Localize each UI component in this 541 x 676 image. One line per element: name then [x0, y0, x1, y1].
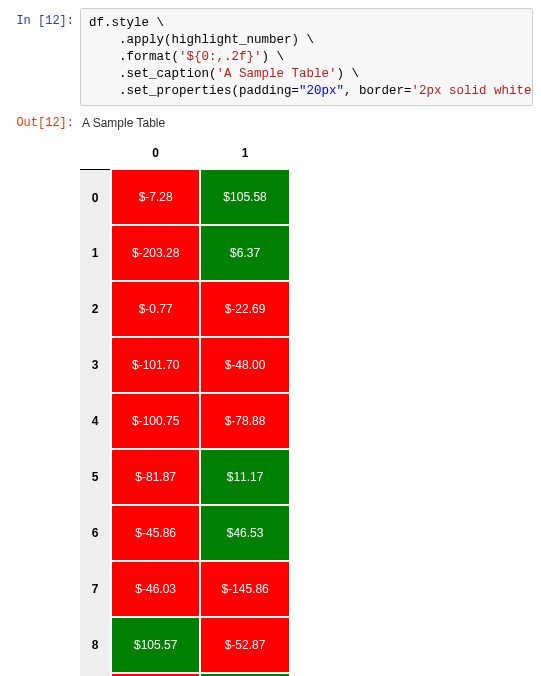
- row-header: 3: [80, 337, 111, 393]
- cell: $11.17: [200, 449, 289, 505]
- cell: $-7.28: [111, 169, 200, 225]
- output-cell: Out[12]: A Sample Table 0 1 0$-7.28$105.…: [8, 110, 533, 676]
- code-string-padding: "20px": [299, 84, 344, 98]
- cell: $6.37: [200, 225, 289, 281]
- cell: $-203.28: [111, 225, 200, 281]
- table-header-row: 0 1: [80, 140, 290, 169]
- table-body: 0$-7.28$105.581$-203.28$6.372$-0.77$-22.…: [80, 169, 290, 676]
- cell: $-101.70: [111, 337, 200, 393]
- cell: $-45.86: [111, 505, 200, 561]
- table-row: 0$-7.28$105.58: [80, 169, 290, 225]
- row-header: 4: [80, 393, 111, 449]
- row-header: 5: [80, 449, 111, 505]
- code-line-3a: .format(: [89, 50, 179, 64]
- code-string-border: '2px solid white': [412, 84, 533, 98]
- in-prompt: In [12]:: [8, 8, 80, 28]
- code-input[interactable]: df.style \ .apply(highlight_number) \ .f…: [80, 8, 533, 106]
- table-row: 6$-45.86$46.53: [80, 505, 290, 561]
- table-row: 5$-81.87$11.17: [80, 449, 290, 505]
- table-row: 1$-203.28$6.37: [80, 225, 290, 281]
- styled-table: 0 1 0$-7.28$105.581$-203.28$6.372$-0.77$…: [80, 140, 291, 676]
- cell: $-81.87: [111, 449, 200, 505]
- table-row: 8$105.57$-52.87: [80, 617, 290, 673]
- code-line-5a: .set_properties(padding=: [89, 84, 299, 98]
- table-caption: A Sample Table: [80, 114, 533, 140]
- code-line-5b: , border=: [344, 84, 412, 98]
- table-row: 3$-101.70$-48.00: [80, 337, 290, 393]
- cell: $105.58: [200, 169, 289, 225]
- code-string-format: '${0:,.2f}': [179, 50, 262, 64]
- row-header: 2: [80, 281, 111, 337]
- out-prompt: Out[12]:: [8, 110, 80, 130]
- table-row: 4$-100.75$-78.88: [80, 393, 290, 449]
- input-cell: In [12]: df.style \ .apply(highlight_num…: [8, 8, 533, 106]
- table-row: 2$-0.77$-22.69: [80, 281, 290, 337]
- row-header: 1: [80, 225, 111, 281]
- cell: $-100.75: [111, 393, 200, 449]
- output-area: A Sample Table 0 1 0$-7.28$105.581$-203.…: [80, 110, 533, 676]
- code-line-3b: ) \: [262, 50, 285, 64]
- cell: $-52.87: [200, 617, 289, 673]
- col-header-0: 0: [111, 140, 200, 169]
- code-line-1: df.style \: [89, 16, 164, 30]
- table-corner: [80, 140, 111, 169]
- cell: $-78.88: [200, 393, 289, 449]
- row-header: 7: [80, 561, 111, 617]
- row-header: 6: [80, 505, 111, 561]
- row-header: 8: [80, 617, 111, 673]
- code-line-4b: ) \: [337, 67, 360, 81]
- cell: $46.53: [200, 505, 289, 561]
- code-string-caption: 'A Sample Table': [217, 67, 337, 81]
- col-header-1: 1: [200, 140, 289, 169]
- cell: $-145.86: [200, 561, 289, 617]
- row-header: 0: [80, 169, 111, 225]
- code-line-2: .apply(highlight_number) \: [89, 33, 314, 47]
- table-row: 7$-46.03$-145.86: [80, 561, 290, 617]
- cell: $-48.00: [200, 337, 289, 393]
- cell: $-46.03: [111, 561, 200, 617]
- code-line-4a: .set_caption(: [89, 67, 217, 81]
- cell: $105.57: [111, 617, 200, 673]
- cell: $-0.77: [111, 281, 200, 337]
- cell: $-22.69: [200, 281, 289, 337]
